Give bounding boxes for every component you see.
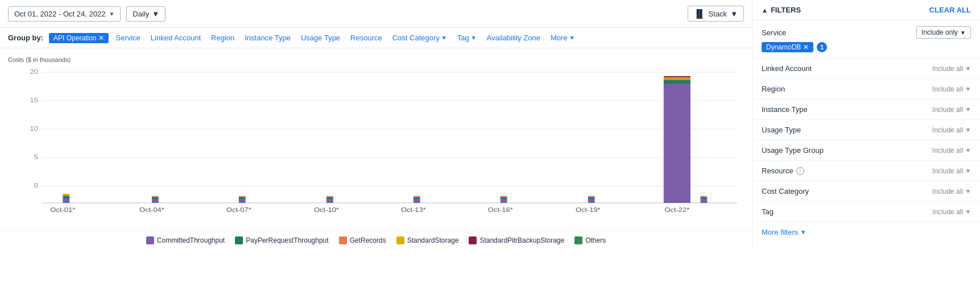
svg-rect-41 [701, 196, 708, 197]
svg-rect-26 [413, 197, 420, 199]
legend-item-standard: StandardStorage [396, 236, 459, 244]
svg-rect-27 [413, 196, 420, 197]
legend-item-others: Others [574, 236, 606, 244]
cost-category-value: Include all [932, 188, 963, 196]
svg-rect-18 [152, 196, 159, 197]
more-filters-chevron-icon: ▼ [800, 229, 806, 235]
svg-rect-39 [701, 199, 708, 203]
filter-row-usage-type-group: Usage Type Group Include all ▼ [752, 140, 980, 161]
svg-text:Oct-07*: Oct-07* [226, 206, 251, 214]
filter-row-region: Region Include all ▼ [752, 79, 980, 99]
filter-row-cost-category: Cost Category Include all ▼ [752, 181, 980, 202]
filter-row-instance-type: Instance Type Include all ▼ [752, 99, 980, 120]
dynamodb-tag-label: DynamoDB [766, 43, 801, 51]
linked-account-value: Include all [932, 65, 963, 73]
legend-swatch-committed [146, 236, 154, 244]
resource-value: Include all [932, 167, 963, 175]
svg-text:Oct-22*: Oct-22* [664, 206, 689, 214]
group-by-bar: Group by: API Operation ✕ Service Linked… [0, 28, 752, 48]
more-filters-button[interactable]: More filters ▼ [752, 222, 980, 242]
cost-category-chevron-icon: ▼ [441, 35, 447, 41]
filter-label-instance-type: Instance Type [762, 105, 808, 114]
nav-link-instance-type[interactable]: Instance Type [241, 32, 294, 43]
svg-rect-25 [413, 199, 420, 203]
instance-type-dropdown[interactable]: Include all ▼ [932, 106, 971, 114]
filter-label-usage-type: Usage Type [762, 126, 801, 134]
date-range-button[interactable]: Oct 01, 2022 - Oct 24, 2022 ▼ [8, 6, 121, 22]
service-tags-row: DynamoDB ✕ 1 [762, 42, 971, 52]
service-mode-dropdown[interactable]: Include only ▼ [916, 26, 971, 39]
filter-row-linked-account: Linked Account Include all ▼ [752, 59, 980, 79]
group-by-tag-label: API Operation [53, 34, 96, 42]
service-filter-section: Service Include only ▼ DynamoDB ✕ 1 [752, 20, 980, 59]
filter-row-usage-type: Usage Type Include all ▼ [752, 120, 980, 140]
nav-link-tag[interactable]: Tag ▼ [454, 32, 480, 43]
svg-rect-30 [501, 196, 507, 197]
legend-swatch-standard [396, 236, 404, 244]
region-dropdown[interactable]: Include all ▼ [932, 85, 971, 93]
legend-swatch-payper [235, 236, 243, 244]
service-filter-label: Service [762, 28, 786, 37]
nav-link-service[interactable]: Service [112, 32, 143, 43]
filters-title: ▲ FILTERS [762, 6, 801, 14]
svg-text:Oct-01*: Oct-01* [51, 206, 76, 214]
group-by-label: Group by: [8, 34, 43, 42]
chart-svg: 20 15 10 5 0 [8, 66, 744, 220]
svg-text:15: 15 [30, 97, 39, 104]
filter-label-usage-type-group: Usage Type Group [762, 146, 824, 155]
granularity-button[interactable]: Daily ▼ [126, 6, 166, 22]
nav-link-region[interactable]: Region [208, 32, 238, 43]
date-range-chevron-icon: ▼ [109, 11, 114, 17]
clear-all-button[interactable]: CLEAR ALL [929, 6, 971, 14]
resource-dropdown[interactable]: Include all ▼ [932, 167, 971, 175]
svg-rect-20 [239, 197, 246, 199]
svg-text:Oct-04*: Oct-04* [139, 206, 164, 214]
svg-rect-33 [588, 196, 595, 197]
service-count-badge: 1 [817, 42, 827, 52]
nav-link-usage-type[interactable]: Usage Type [297, 32, 344, 43]
dynamodb-tag-close-icon[interactable]: ✕ [803, 43, 809, 51]
nav-link-more[interactable]: More ▼ [547, 32, 578, 43]
svg-rect-37 [664, 77, 690, 78]
chart-type-button[interactable]: ▐▌ Stack ▼ [688, 6, 744, 22]
nav-link-linked-account[interactable]: Linked Account [147, 32, 204, 43]
chart-y-label: Costs ($ in thousands) [8, 56, 744, 63]
linked-account-dropdown[interactable]: Include all ▼ [932, 65, 971, 73]
legend-swatch-pitr [469, 236, 477, 244]
legend-swatch-getrecords [339, 236, 347, 244]
dynamodb-tag[interactable]: DynamoDB ✕ [762, 42, 813, 52]
bar-chart-icon: ▐▌ [694, 9, 705, 18]
nav-link-availability-zone[interactable]: Availability Zone [483, 32, 544, 43]
filters-header: ▲ FILTERS CLEAR ALL [752, 0, 980, 20]
svg-rect-16 [152, 199, 159, 203]
legend-bar: CommittedThroughput PayPerRequestThrough… [0, 230, 752, 250]
group-by-tag-close-icon[interactable]: ✕ [98, 34, 104, 42]
nav-link-resource[interactable]: Resource [347, 32, 386, 43]
cost-category-chevron-icon: ▼ [965, 188, 971, 194]
legend-item-pitr: StandardPitrBackupStorage [469, 236, 564, 244]
toolbar: Oct 01, 2022 - Oct 24, 2022 ▼ Daily ▼ ▐▌… [0, 0, 752, 28]
svg-rect-15 [63, 194, 69, 195]
usage-type-group-dropdown[interactable]: Include all ▼ [932, 147, 971, 155]
filter-label-resource: Resource i [762, 167, 804, 175]
tag-filter-dropdown[interactable]: Include all ▼ [932, 208, 971, 216]
legend-label-getrecords: GetRecords [350, 236, 386, 244]
svg-rect-29 [501, 197, 507, 199]
usage-type-group-value: Include all [932, 147, 963, 155]
svg-rect-24 [326, 196, 333, 197]
filters-panel: ▲ FILTERS CLEAR ALL Service Include only… [752, 0, 980, 250]
usage-type-dropdown[interactable]: Include all ▼ [932, 126, 971, 134]
svg-rect-22 [326, 199, 333, 203]
svg-text:5: 5 [34, 153, 39, 161]
filter-row-tag: Tag Include all ▼ [752, 202, 980, 222]
svg-rect-23 [326, 197, 333, 199]
svg-text:Oct-16*: Oct-16* [488, 206, 513, 214]
nav-link-cost-category[interactable]: Cost Category ▼ [389, 32, 450, 43]
date-range-label: Oct 01, 2022 - Oct 24, 2022 [14, 10, 105, 18]
group-by-active-tag[interactable]: API Operation ✕ [49, 33, 109, 43]
cost-category-dropdown[interactable]: Include all ▼ [932, 188, 971, 196]
tag-chevron-icon: ▼ [471, 35, 477, 41]
svg-rect-28 [501, 199, 507, 203]
svg-text:Oct-10*: Oct-10* [314, 206, 339, 214]
service-mode-chevron-icon: ▼ [960, 30, 966, 36]
